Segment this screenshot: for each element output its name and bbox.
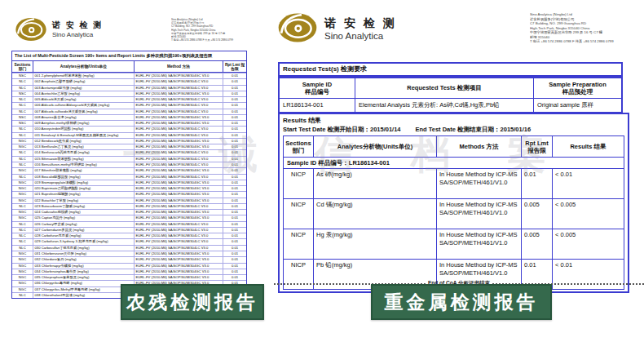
test-dates: Start Test Date 检测开始日期：2015/01/14 End Te… [283, 126, 624, 133]
table-row: NGC 012 Bendiocarb恶虫威 (mg/kg) EURL-FV (2… [12, 138, 246, 144]
cell-analyte: 037 Chlorpyrifos-Methyl甲基毒死蜱 (mg/kg) [33, 287, 135, 292]
cell-section: NLC [12, 175, 33, 180]
cell-analyte: 023 Butocarboxim丁酮威 (mg/kg) [33, 204, 135, 209]
cell-section: NLC [12, 79, 33, 84]
cell-analyte: 030 Carbosulfan丁硫克百威 (mg/kg) [33, 246, 135, 251]
cell-analyte: 033 Chlorfenapyr虫螨腈 (mg/kg) [33, 264, 135, 269]
cell-analyte: 028 Carbofuran克百威 (mg/kg) [33, 233, 135, 238]
cell-analyte: Cd 镉(mg/kg) [314, 199, 437, 229]
cell-rpt-lmt: 0.01 [223, 275, 246, 280]
cell-section: NLC [12, 228, 33, 233]
cell-rpt-lmt: 0.01 [223, 115, 246, 120]
column-header: Sections 部门 [284, 136, 314, 157]
address-line: T 电话 +86 574 2886 0788 F 传真 +86 574 2886… [171, 38, 246, 42]
cell-method: In House Method by ICP-MS SA/SOP/METH/46… [437, 229, 522, 259]
cell-rpt-lmt: 0.005 [522, 199, 553, 229]
cell-section: NGC [12, 269, 33, 274]
brand-name-cn: 诺 安 检 测 [324, 16, 397, 31]
cell-rpt-lmt: 0.01 [223, 175, 246, 180]
cell-section: NGC [12, 287, 33, 292]
table-row: NSC 008 Atrazine莠去津 (mg/kg) EURL-FV (201… [12, 114, 246, 120]
cell-method: EURL-FV (2010-M6) SA/SOP/SUM/304LC V3.0 [135, 175, 223, 180]
table-row: NLC 014 Benfuracarb丙硫克百威 (mg/kg) EURL-FV… [12, 149, 246, 155]
start-test-date: Start Test Date 检测开始日期：2015/01/14 [283, 126, 401, 133]
cell-method: EURL-FV (2010-M6) SA/SOP/SUM/304LC V3.0 [135, 222, 223, 227]
cell-section: NGC [12, 275, 33, 280]
table-row: NGC 034 Chlorfenvinphos毒虫畏 (mg/kg) EURL-… [12, 269, 246, 274]
column-header: Analytes分析物/Units单位 [33, 61, 135, 72]
brand-name-cn: 诺 安 检 测 [52, 20, 103, 31]
cell-section: NSC [12, 115, 33, 120]
cell-analyte: 027 Carbendazim多菌灵 (mg/kg) [33, 228, 135, 233]
cell-section: NICP [284, 229, 314, 259]
cell-method: EURL-FV (2010-M6) SA/SOP/SUM/304GC V3.0 [135, 180, 223, 185]
table-row: NLC 016 Bensulfuron-methyl苄嘧磺隆 (mg/kg) E… [12, 162, 246, 167]
table-row: NGC 021 Buprofezin噻嗪酮 (mg/kg) EURL-FV (2… [12, 191, 246, 197]
cell-section: NGC [12, 257, 33, 262]
cell-analyte: 003 Acetamiprid啶虫脒 (mg/kg) [33, 86, 135, 91]
pesticide-table-body: NSC 001 2-phenylphenol邻苯基苯酚 (mg/kg) EURL… [12, 73, 246, 298]
cell-rpt-lmt: 0.01 [223, 79, 246, 84]
cell-analyte: 004 Acetochlor乙草胺 (mg/kg) [33, 91, 135, 96]
cell-analyte: 001 2-phenylphenol邻苯基苯酚 (mg/kg) [33, 73, 135, 78]
cell-method: EURL-FV (2010-M6) SA/SOP/SUM/304GC V3.0 [135, 168, 223, 173]
cell-section: NGC [12, 192, 33, 197]
cell-rpt-lmt: 0.01 [223, 180, 246, 185]
cell-analyte: 008 Atrazine莠去津 (mg/kg) [33, 115, 135, 120]
cell-analyte: 017 Bifenthrin联苯菊酯 (mg/kg) [33, 168, 135, 173]
cell-method: In House Method by ICP-MS SA/SOP/METH/46… [437, 199, 522, 229]
cell-analyte: 018 Boscalid啶酰菌胺 (mg/kg) [33, 175, 135, 180]
cell-section: NSC [12, 121, 33, 126]
cell-section: NLC [12, 246, 33, 251]
table-row: NGC 035 Chlorpropham氯苯胺灵 (mg/kg) EURL-FV… [12, 274, 246, 280]
cell-analyte: 013 Benfluralin乙丁氟灵 (mg/kg) [33, 144, 135, 149]
cell-section: NICP [284, 199, 314, 229]
column-header: Requested Tests 检测项目 [355, 78, 534, 98]
cell-method: EURL-FV (2010-M6) SA/SOP/SUM/304LC V3.0 [135, 79, 223, 84]
cell-rpt-lmt: 0.01 [223, 97, 246, 102]
cell-section: NGC [12, 186, 33, 191]
cell-rpt-lmt: 0.01 [223, 257, 246, 262]
cell-result: < 0.005 [553, 199, 624, 229]
table-row: NGC 031 Chlorbenzuron灭幼脲 (mg/kg) EURL-FV… [12, 251, 246, 256]
cell-rpt-lmt: 0.01 [223, 162, 246, 167]
table-row: NICP Hg 汞(mg/kg) In House Method by ICP-… [284, 229, 624, 260]
sino-analytica-logo-icon [277, 11, 318, 44]
cell-section: NGC [12, 264, 33, 269]
table-row: NLC 015 Bifenazate联苯肼酯 (mg/kg) EURL-FV (… [12, 156, 246, 162]
cell-section: NLC [12, 233, 33, 238]
product-image-canvas: 一诚信档案 诺 安 检 测 Sino Analytica Sino Analyt… [0, 0, 644, 342]
cell-rpt-lmt: 0.005 [522, 229, 553, 259]
cell-rpt-lmt: 0.01 [223, 168, 246, 173]
cell-analyte: 006 Aldicarb-sulfone/Aldoxycarb涕灭威砜 (mg/… [33, 103, 135, 108]
cell-method: EURL-FV (2010-M6) SA/SOP/SUM/304GC V3.0 [135, 269, 223, 274]
cell-rpt-lmt: 0.01 [223, 233, 246, 238]
cell-analyte: 011 Benalaxyl & Benalaxyl-M苯霜灵及精苯霜灵 (mg/… [33, 133, 135, 138]
table-row: NLC 030 Carbosulfan丁硫克百威 (mg/kg) EURL-FV… [12, 245, 246, 251]
cell-method: EURL-FV (2010-M6) SA/SOP/SUM/304LC V3.0 [135, 86, 223, 91]
heavy-metal-report-banner: 重金属检测报告 [371, 284, 552, 320]
cell-method: EURL-FV (2010-M6) SA/SOP/SUM/304GC V3.0 [135, 275, 223, 280]
column-header: Sample Preparation 样品预处理 [534, 78, 621, 98]
cell-analyte: 005 Aldicarb涕灭威 (mg/kg) [33, 97, 135, 102]
cell-section: NLC [12, 133, 33, 138]
pesticide-table-title: The List of Multi-Pesticide Screen 190+ … [12, 51, 246, 61]
cell-analyte: 014 Benfuracarb丙硫克百威 (mg/kg) [33, 150, 135, 155]
cell-section: NLC [12, 157, 33, 162]
cell-method: EURL-FV (2010-M6) SA/SOP/SUM/304LC V3.0 [135, 246, 223, 251]
cell-section: NSC [12, 73, 33, 78]
table-row: NLC 003 Acetamiprid啶虫脒 (mg/kg) EURL-FV (… [12, 85, 246, 91]
cell-method: In House Method by ICP-MS SA/SOP/METH/46… [437, 169, 522, 198]
cell-result: < 0.01 [553, 169, 624, 198]
column-header: Method 方法 [135, 61, 223, 72]
cell-method: EURL-FV (2010-M6) SA/SOP/SUM/304LC V3.0 [135, 109, 223, 114]
cell-rpt-lmt: 0.01 [223, 139, 246, 144]
table-row: NLC 002 Acephate乙酰甲胺磷 (mg/kg) EURL-FV (2… [12, 78, 246, 84]
cell-section: NLC [12, 293, 33, 298]
column-header: Rpt Lmt 报告限 [522, 136, 553, 157]
cell-rpt-lmt: 0.01 [223, 210, 246, 215]
table-row: NGC 025 Captan克菌丹 (mg/kg) EURL-FV (2010-… [12, 215, 246, 220]
results-table-body: NICP As 砷(mg/kg) In House Method by ICP-… [284, 169, 624, 289]
cell-section: NGC [12, 215, 33, 220]
cell-section: NGC [12, 198, 33, 203]
